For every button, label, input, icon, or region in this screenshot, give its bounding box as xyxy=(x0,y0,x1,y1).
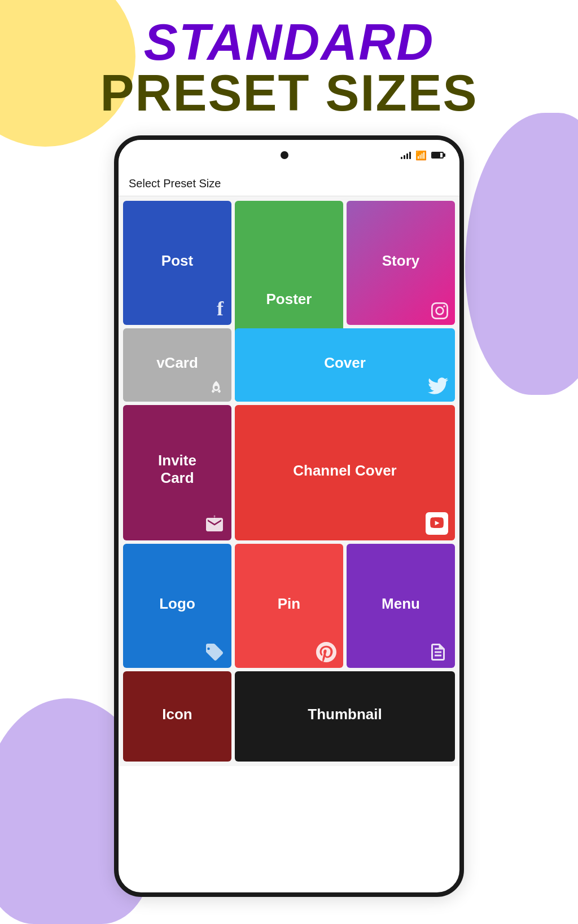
tile-post[interactable]: Post f xyxy=(123,201,231,325)
tile-pin-label: Pin xyxy=(235,595,343,613)
phone-container: 📶 Select Preset Size Post f Poster xyxy=(0,130,578,897)
tile-thumbnail[interactable]: Thumbnail xyxy=(235,671,455,762)
tile-icon[interactable]: Icon xyxy=(123,671,231,762)
screen-title: Select Preset Size xyxy=(129,177,221,190)
tile-story[interactable]: Story xyxy=(347,201,455,325)
title-line1: STANDARD xyxy=(0,17,578,68)
title-line2: PRESET SIZES xyxy=(0,68,578,118)
phone-status-bar: 📶 xyxy=(119,140,459,170)
tile-pin[interactable]: Pin xyxy=(235,544,343,668)
tile-vcard[interactable]: vCard xyxy=(123,328,231,402)
tile-post-label: Post xyxy=(123,252,231,270)
svg-point-0 xyxy=(214,516,216,517)
invite-icon xyxy=(204,514,225,535)
pinterest-icon xyxy=(316,642,336,662)
twitter-icon xyxy=(428,376,448,396)
tile-channel-label: Channel Cover xyxy=(235,462,455,479)
tile-story-label: Story xyxy=(347,252,455,270)
phone-frame: 📶 Select Preset Size Post f Poster xyxy=(114,135,464,897)
tile-cover-label: Cover xyxy=(235,354,455,372)
tile-icon-label: Icon xyxy=(123,706,231,723)
menu-document-icon xyxy=(428,642,448,662)
youtube-icon xyxy=(426,512,448,535)
tile-invite[interactable]: Invite Card xyxy=(123,405,231,540)
logo-icon xyxy=(204,642,225,662)
phone-camera xyxy=(281,151,288,159)
title-area: STANDARD PRESET SIZES xyxy=(0,0,578,130)
signal-icon xyxy=(401,151,411,159)
phone-status-icons: 📶 xyxy=(401,150,444,161)
rocket-icon xyxy=(208,379,225,396)
tile-channel-cover[interactable]: Channel Cover xyxy=(235,405,455,540)
tile-menu-label: Menu xyxy=(347,595,455,613)
tile-poster-label: Poster xyxy=(235,291,343,308)
tile-logo-label: Logo xyxy=(123,595,231,613)
tile-thumbnail-label: Thumbnail xyxy=(235,706,455,723)
tile-cover[interactable]: Cover xyxy=(235,328,455,402)
tile-logo[interactable]: Logo xyxy=(123,544,231,668)
battery-icon xyxy=(431,152,444,159)
tile-vcard-label: vCard xyxy=(123,354,231,372)
tile-menu[interactable]: Menu xyxy=(347,544,455,668)
instagram-icon xyxy=(431,302,448,319)
wifi-icon: 📶 xyxy=(415,150,427,161)
phone-camera-area xyxy=(168,151,401,159)
screen-header: Select Preset Size xyxy=(119,170,459,196)
preset-grid: Post f Poster Story vCard xyxy=(119,196,459,766)
tile-invite-label: Invite Card xyxy=(123,452,231,487)
facebook-icon: f xyxy=(217,297,224,320)
